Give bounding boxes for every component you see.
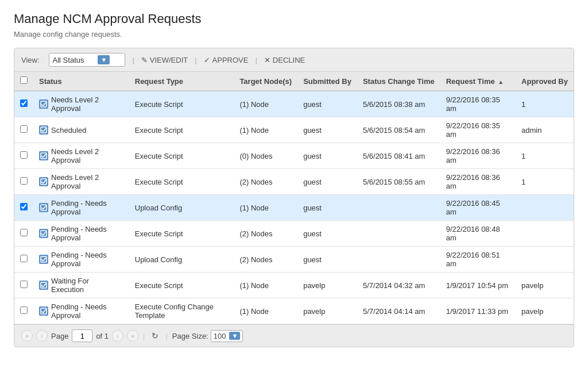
page-input[interactable] (72, 329, 92, 342)
row-status-cell: Pending - Needs Approval (33, 247, 129, 273)
row-approved-by: pavelp (516, 298, 574, 324)
view-select[interactable]: All Status ▼ (49, 53, 126, 67)
row-submitted-by: guest (297, 221, 357, 247)
row-request-time: 9/22/2016 08:35 am (440, 117, 516, 143)
row-checkbox[interactable] (20, 255, 28, 262)
page-subtitle: Manage config change requests. (14, 30, 574, 39)
status-icon (39, 229, 48, 238)
row-submitted-by: guest (297, 91, 357, 117)
table-row: Waiting For ExecutionExecute Script(1) N… (14, 273, 574, 298)
row-checkbox[interactable] (20, 125, 28, 133)
row-request-type: Execute Script (129, 143, 234, 169)
row-approved-by: admin (516, 117, 574, 143)
svg-line-20 (43, 258, 46, 261)
row-checkbox-cell (14, 221, 33, 247)
view-edit-button[interactable]: ✎ VIEW/EDIT (141, 56, 188, 64)
row-checkbox-cell (14, 298, 33, 324)
row-status-cell: Waiting For Execution (33, 273, 129, 298)
svg-line-17 (43, 232, 46, 235)
view-label: View: (21, 56, 40, 64)
view-value: All Status (53, 56, 84, 64)
row-request-type: Upload Config (129, 195, 234, 221)
svg-line-26 (43, 309, 46, 313)
page-label: Page (51, 332, 68, 340)
svg-line-14 (43, 206, 46, 209)
row-status-text: Needs Level 2 Approval (51, 147, 123, 164)
row-checkbox[interactable] (20, 306, 28, 314)
main-panel: View: All Status ▼ | ✎ VIEW/EDIT | ✓ APP… (14, 48, 574, 347)
row-status-text: Needs Level 2 Approval (51, 173, 123, 190)
row-checkbox[interactable] (20, 177, 28, 185)
row-approved-by: 1 (516, 169, 574, 195)
row-status-change-time: 5/7/2014 04:14 am (357, 298, 440, 324)
row-target-nodes: (1) Node (234, 298, 297, 324)
row-status-cell: Pending - Needs Approval (33, 298, 129, 324)
row-checkbox-cell (14, 195, 33, 221)
row-request-time: 1/9/2017 10:54 pm (440, 273, 516, 298)
row-target-nodes: (2) Nodes (234, 247, 297, 273)
row-request-type: Execute Script (129, 91, 234, 117)
requests-table: Status Request Type Target Node(s) Submi… (14, 72, 574, 324)
header-approved-by: Approved By (516, 72, 574, 91)
row-status-text: Pending - Needs Approval (51, 199, 123, 216)
next-page-button[interactable]: › (112, 330, 123, 342)
table-row: Pending - Needs ApprovalUpload Config(1)… (14, 195, 574, 221)
row-request-time: 9/22/2016 08:36 am (440, 169, 516, 195)
row-status-text: Needs Level 2 Approval (51, 95, 123, 113)
select-all-checkbox[interactable] (20, 76, 28, 84)
first-page-button[interactable]: « (21, 330, 33, 342)
pagesize-select[interactable]: 100 ▼ (211, 330, 243, 342)
row-approved-by (516, 221, 574, 247)
row-request-time: 9/22/2016 08:45 am (440, 195, 516, 221)
table-header-row: Status Request Type Target Node(s) Submi… (14, 72, 574, 91)
row-request-time: 1/9/2017 11:33 pm (440, 298, 516, 324)
row-status-cell: Scheduled (33, 117, 129, 143)
row-target-nodes: (1) Node (234, 117, 297, 143)
row-checkbox[interactable] (20, 99, 28, 107)
row-checkbox[interactable] (20, 151, 28, 159)
table-row: Needs Level 2 ApprovalExecute Script(0) … (14, 143, 574, 169)
row-submitted-by: guest (297, 195, 357, 221)
row-status-cell: Needs Level 2 Approval (33, 91, 129, 117)
row-approved-by (516, 247, 574, 273)
header-status: Status (33, 72, 129, 91)
row-checkbox[interactable] (20, 229, 28, 236)
row-target-nodes: (1) Node (234, 91, 297, 117)
prev-page-button[interactable]: ‹ (36, 330, 48, 342)
approve-button[interactable]: ✓ APPROVE (204, 56, 249, 64)
row-status-text: Pending - Needs Approval (51, 225, 123, 242)
approve-label: APPROVE (212, 56, 249, 64)
page-title: Manage NCM Approval Requests (14, 12, 574, 26)
separator-3: | (255, 56, 257, 64)
row-status-change-time: 5/6/2015 08:55 am (357, 169, 440, 195)
row-request-time: 9/22/2016 08:36 am (440, 143, 516, 169)
row-approved-by: pavelp (516, 273, 574, 298)
row-checkbox[interactable] (20, 203, 28, 210)
table-row: Needs Level 2 ApprovalExecute Script(1) … (14, 91, 574, 117)
view-chevron-icon: ▼ (98, 55, 110, 64)
row-request-time: 9/22/2016 08:35 am (440, 91, 516, 117)
table-row: Pending - Needs ApprovalExecute Script(2… (14, 221, 574, 247)
svg-line-23 (43, 283, 46, 287)
header-status-change-time: Status Change Time (357, 72, 440, 91)
last-page-button[interactable]: » (127, 330, 138, 342)
row-submitted-by: guest (297, 117, 357, 143)
header-request-time[interactable]: Request Time ▲ (440, 72, 516, 91)
decline-label: DECLINE (273, 56, 305, 64)
row-target-nodes: (1) Node (234, 273, 297, 298)
row-status-text: Pending - Needs Approval (51, 251, 123, 268)
status-icon (39, 203, 48, 212)
row-checkbox-cell (14, 143, 33, 169)
row-checkbox-cell (14, 117, 33, 143)
svg-line-2 (43, 102, 46, 106)
row-target-nodes: (2) Nodes (234, 169, 297, 195)
pagesize-wrap: Page Size: 100 ▼ (172, 330, 243, 342)
refresh-button[interactable]: ↻ (149, 330, 161, 342)
row-status-cell: Needs Level 2 Approval (33, 143, 129, 169)
row-request-type: Execute Script (129, 117, 234, 143)
pencil-icon: ✎ (141, 56, 148, 64)
row-checkbox[interactable] (20, 281, 28, 288)
status-icon (39, 255, 48, 264)
row-approved-by: 1 (516, 143, 574, 169)
decline-button[interactable]: ✕ DECLINE (264, 56, 305, 64)
